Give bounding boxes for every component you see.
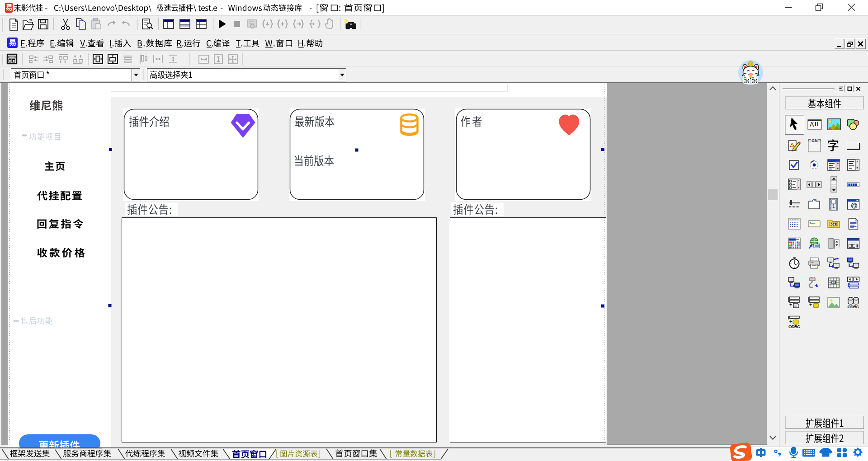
svg-text:1: 1 (832, 204, 835, 209)
svg-text:?: ? (344, 18, 348, 25)
svg-text:ODBC: ODBC (788, 324, 800, 329)
svg-text:DIR: DIR (830, 222, 837, 226)
svg-text:A: A (810, 121, 814, 128)
svg-text:ODBC: ODBC (848, 304, 859, 309)
svg-text:CN: CN (812, 138, 818, 143)
